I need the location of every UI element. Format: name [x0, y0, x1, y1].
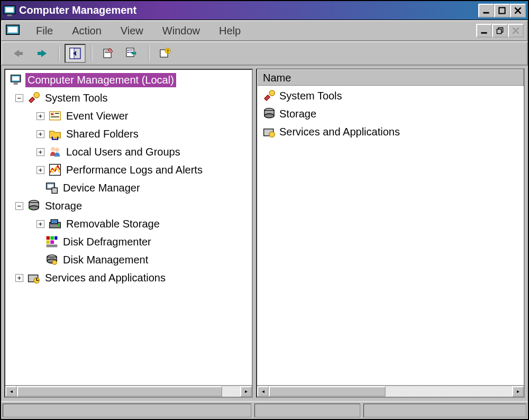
mdi-minimize-button[interactable]	[476, 24, 492, 38]
tree-label[interactable]: Storage	[43, 199, 84, 213]
properties-button[interactable]	[97, 44, 118, 63]
help-button[interactable]: ?	[154, 44, 176, 63]
list-item[interactable]: System Tools	[258, 87, 523, 105]
svg-rect-31	[55, 113, 59, 114]
scroll-left-button[interactable]: ◂	[257, 386, 269, 397]
computer-icon	[10, 73, 23, 87]
tools-icon	[27, 91, 41, 105]
list-header[interactable]: Name	[257, 70, 524, 86]
scroll-thumb[interactable]	[269, 386, 386, 397]
tree-label[interactable]: Services and Applications	[43, 271, 168, 285]
expand-icon[interactable]: +	[15, 274, 23, 282]
expand-icon[interactable]: +	[37, 148, 44, 156]
mdi-close-button	[508, 24, 524, 38]
scroll-thumb[interactable]	[17, 386, 222, 397]
close-button[interactable]	[510, 4, 526, 17]
list-item-label[interactable]: Services and Applications	[279, 126, 400, 138]
svg-rect-48	[54, 236, 57, 240]
tree-label[interactable]: Local Users and Groups	[64, 145, 183, 159]
forward-button[interactable]	[32, 44, 53, 63]
tree-label[interactable]: Removable Storage	[64, 217, 162, 231]
list-item[interactable]: Storage	[258, 105, 523, 123]
tree-hscrollbar[interactable]: ◂ ▸	[5, 385, 252, 397]
column-name[interactable]: Name	[257, 69, 524, 86]
back-button[interactable]	[7, 44, 29, 63]
mdi-icon	[5, 24, 20, 37]
performance-icon	[48, 163, 62, 177]
device-manager-icon	[45, 181, 59, 195]
menu-action[interactable]: Action	[62, 23, 111, 39]
svg-rect-18	[127, 50, 129, 51]
tree-label[interactable]: Shared Folders	[64, 127, 141, 141]
expand-icon[interactable]: +	[37, 220, 44, 228]
tree-root[interactable]: Computer Management (Local)	[5, 71, 252, 89]
tree-node-event-viewer[interactable]: + Event Viewer	[5, 107, 252, 125]
tree-label[interactable]: Device Manager	[61, 181, 142, 195]
menu-window[interactable]: Window	[153, 23, 209, 39]
list-hscrollbar[interactable]: ◂ ▸	[257, 385, 524, 397]
tree-label[interactable]: Performance Logs and Alerts	[64, 163, 205, 177]
tree-node-services[interactable]: + Services and Applications	[5, 269, 252, 287]
expand-icon[interactable]: +	[37, 166, 44, 174]
tree-label[interactable]: Event Viewer	[64, 109, 130, 123]
svg-rect-30	[51, 113, 53, 115]
svg-point-45	[58, 224, 60, 226]
tree-label[interactable]: Disk Management	[61, 253, 150, 267]
tree-node-disk-defragmenter[interactable]: Disk Defragmenter	[5, 233, 252, 251]
export-list-button[interactable]	[122, 44, 143, 63]
menu-help[interactable]: Help	[209, 23, 250, 39]
svg-point-41	[29, 206, 39, 210]
services-icon	[262, 125, 276, 139]
tree-node-device-manager[interactable]: Device Manager	[5, 179, 252, 197]
scroll-right-button[interactable]: ▸	[240, 386, 252, 397]
tree-label[interactable]: System Tools	[43, 91, 110, 105]
minimize-button[interactable]	[478, 4, 494, 17]
tree-node-removable-storage[interactable]: + Removable Storage	[5, 215, 252, 233]
event-viewer-icon	[48, 109, 62, 123]
scroll-track[interactable]	[269, 386, 512, 397]
app-icon	[3, 4, 16, 17]
svg-rect-20	[129, 50, 133, 50]
tree-node-system-tools[interactable]: − System Tools	[5, 89, 252, 107]
scroll-track[interactable]	[17, 386, 240, 397]
status-cell	[254, 404, 360, 417]
tree-root-label[interactable]: Computer Management (Local)	[25, 73, 176, 87]
svg-point-33	[51, 147, 55, 151]
svg-rect-27	[14, 83, 18, 85]
maximize-button[interactable]	[494, 4, 510, 17]
users-icon	[48, 145, 62, 159]
svg-text:?: ?	[167, 49, 169, 53]
collapse-icon[interactable]: −	[15, 202, 23, 210]
toolbar: ?	[1, 41, 528, 66]
tree-node-local-users[interactable]: + Local Users and Groups	[5, 143, 252, 161]
tree-node-storage[interactable]: − Storage	[5, 197, 252, 215]
svg-rect-7	[481, 32, 487, 34]
tree-node-shared-folders[interactable]: + Shared Folders	[5, 125, 252, 143]
disk-management-icon	[45, 253, 59, 267]
tree-label[interactable]: Disk Defragmenter	[61, 235, 153, 249]
svg-rect-10	[19, 52, 23, 55]
list-view[interactable]: System Tools Storage Services and Applic…	[257, 86, 524, 385]
tree-node-disk-management[interactable]: Disk Management	[5, 251, 252, 269]
list-item-label[interactable]: System Tools	[279, 90, 342, 102]
menu-view[interactable]: View	[111, 23, 153, 39]
tools-icon	[262, 89, 276, 103]
window-title: Computer Management	[19, 4, 478, 16]
shared-folders-icon	[48, 127, 62, 141]
collapse-icon[interactable]: −	[15, 94, 23, 102]
expand-icon[interactable]: +	[37, 130, 44, 138]
svg-rect-2	[7, 14, 12, 16]
scroll-left-button[interactable]: ◂	[5, 386, 17, 397]
list-item[interactable]: Services and Applications	[258, 123, 523, 141]
scroll-right-button[interactable]: ▸	[512, 386, 524, 397]
list-item-label[interactable]: Storage	[279, 108, 316, 120]
tree-node-performance-logs[interactable]: + Performance Logs and Alerts	[5, 161, 252, 179]
toolbar-separator	[58, 45, 59, 61]
svg-rect-46	[47, 236, 50, 240]
expand-icon[interactable]: +	[37, 112, 44, 120]
show-hide-tree-button[interactable]	[65, 44, 86, 63]
mdi-restore-button[interactable]	[492, 24, 508, 38]
svg-rect-38	[52, 188, 57, 193]
menu-file[interactable]: File	[26, 23, 62, 39]
tree-view[interactable]: Computer Management (Local) − System Too…	[5, 70, 252, 385]
